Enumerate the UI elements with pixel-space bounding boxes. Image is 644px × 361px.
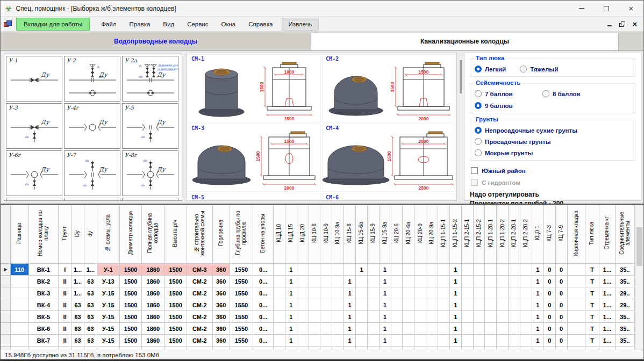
- cell[interactable]: II: [59, 311, 71, 323]
- cell[interactable]: СМ-2: [187, 311, 212, 323]
- row-header[interactable]: [1, 323, 11, 335]
- radio-1-0[interactable]: 7 баллов: [475, 90, 528, 97]
- cell[interactable]: [403, 264, 414, 276]
- column-header-31[interactable]: КЦП 1-20-1: [485, 205, 497, 264]
- cell[interactable]: [274, 299, 285, 311]
- cell[interactable]: I: [59, 264, 71, 276]
- cell[interactable]: [438, 276, 450, 287]
- cell[interactable]: [509, 299, 520, 311]
- column-header-1[interactable]: Номер колодца по плану: [28, 205, 59, 264]
- column-header-25[interactable]: КЦ 20-9: [414, 205, 426, 264]
- cell[interactable]: 0: [555, 264, 567, 276]
- cell[interactable]: [485, 264, 497, 276]
- cell[interactable]: [391, 299, 403, 311]
- cell[interactable]: 1...: [599, 311, 616, 323]
- cell[interactable]: У-15: [97, 323, 119, 335]
- cell[interactable]: 1...: [71, 264, 84, 276]
- cell[interactable]: 35..: [615, 323, 634, 335]
- column-header-16[interactable]: КЦ 10-6: [309, 205, 320, 264]
- cell[interactable]: [438, 323, 450, 335]
- cell[interactable]: 1: [379, 299, 391, 311]
- cell[interactable]: [10, 276, 28, 287]
- cell[interactable]: [485, 287, 497, 299]
- radio-0-0[interactable]: Легкий: [475, 66, 506, 73]
- cell[interactable]: ВК-6: [28, 323, 59, 335]
- column-header-18[interactable]: КЦ 10-9а: [332, 205, 344, 264]
- cell[interactable]: 35..: [615, 276, 634, 287]
- cell[interactable]: 0: [543, 276, 555, 287]
- cell[interactable]: 1: [449, 335, 461, 346]
- column-header-2[interactable]: Грунт: [59, 205, 71, 264]
- cell[interactable]: 1500: [164, 335, 187, 346]
- cell[interactable]: [520, 335, 532, 346]
- cell[interactable]: У-15: [97, 311, 119, 323]
- cell[interactable]: 1500: [119, 323, 142, 335]
- column-header-32[interactable]: КЦП 1-20-2: [497, 205, 509, 264]
- cell[interactable]: 1550: [230, 276, 253, 287]
- menu-item-5[interactable]: Окна: [216, 18, 242, 30]
- column-header-13[interactable]: КЦД 10: [274, 205, 285, 264]
- cell[interactable]: [10, 335, 28, 346]
- cell[interactable]: СМ-2: [187, 287, 212, 299]
- cell[interactable]: 1550: [230, 287, 253, 299]
- cell[interactable]: [567, 323, 585, 335]
- column-header-26[interactable]: КЦ 20-9а: [426, 205, 438, 264]
- cell[interactable]: 0: [543, 299, 555, 311]
- cell[interactable]: Т: [585, 335, 599, 346]
- cell[interactable]: 63: [71, 335, 84, 346]
- cell[interactable]: 1...: [599, 323, 616, 335]
- cell[interactable]: 0: [555, 299, 567, 311]
- cell[interactable]: 0: [543, 287, 555, 299]
- cell[interactable]: 29..: [615, 287, 634, 299]
- menu-item-3[interactable]: Вид: [157, 18, 180, 30]
- scheme-cell-У-2[interactable]: У-2d₁dвДу: [64, 56, 120, 102]
- cell[interactable]: СМ-2: [187, 299, 212, 311]
- cell[interactable]: ВК-2: [28, 276, 59, 287]
- cell[interactable]: [274, 311, 285, 323]
- cell[interactable]: [309, 287, 320, 299]
- cell[interactable]: 1550: [230, 323, 253, 335]
- cell[interactable]: [309, 335, 320, 346]
- cell[interactable]: 0...: [253, 276, 274, 287]
- cell[interactable]: 1500: [119, 311, 142, 323]
- cell[interactable]: [274, 276, 285, 287]
- cell[interactable]: [367, 335, 379, 346]
- cell[interactable]: [320, 311, 332, 323]
- cell[interactable]: Т: [585, 287, 599, 299]
- cell[interactable]: 1550: [230, 335, 253, 346]
- cell[interactable]: СМ-2: [187, 335, 212, 346]
- cell[interactable]: 63: [84, 276, 97, 287]
- scheme-cell[interactable]: [122, 198, 178, 201]
- column-header-34[interactable]: КЦП 2-20-2: [520, 205, 532, 264]
- cell[interactable]: [473, 311, 485, 323]
- column-header-23[interactable]: КЦ 20-6: [391, 205, 403, 264]
- cell[interactable]: [567, 311, 585, 323]
- cell[interactable]: 1: [344, 335, 356, 346]
- column-header-15[interactable]: КЦД 20: [297, 205, 309, 264]
- cell[interactable]: У-15: [97, 335, 119, 346]
- mdi-close-button[interactable]: ×: [633, 20, 637, 28]
- cell[interactable]: [520, 299, 532, 311]
- cell[interactable]: [367, 276, 379, 287]
- cell[interactable]: [485, 323, 497, 335]
- cell[interactable]: 360: [212, 323, 230, 335]
- cell[interactable]: [426, 323, 438, 335]
- cell[interactable]: 0...: [253, 311, 274, 323]
- column-header-27[interactable]: КЦП 1-15-1: [438, 205, 450, 264]
- cell[interactable]: 35..: [615, 264, 634, 276]
- cell[interactable]: 1500: [119, 264, 142, 276]
- column-header-36[interactable]: КЦ 7-3: [543, 205, 555, 264]
- cell[interactable]: [391, 323, 403, 335]
- cell[interactable]: [297, 323, 309, 335]
- cell[interactable]: [414, 287, 426, 299]
- cell[interactable]: [309, 299, 320, 311]
- menu-item-0[interactable]: Вкладки для работы: [16, 18, 90, 31]
- cell[interactable]: ВК-3: [28, 287, 59, 299]
- cell[interactable]: 0...: [253, 287, 274, 299]
- column-header-20[interactable]: КЦ 15-6а: [356, 205, 368, 264]
- cell[interactable]: [320, 335, 332, 346]
- column-header-39[interactable]: Тип люка: [585, 205, 599, 264]
- cell[interactable]: [391, 335, 403, 346]
- cell[interactable]: [473, 323, 485, 335]
- column-header-12[interactable]: Бетон на упоры: [253, 205, 274, 264]
